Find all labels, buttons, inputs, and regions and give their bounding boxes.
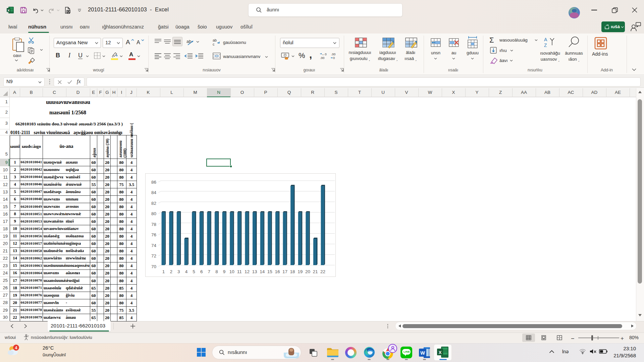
svg-text:.00: .00 (320, 56, 324, 60)
svg-text:4: 4 (15, 346, 17, 350)
svg-text:86: 86 (151, 180, 156, 185)
svg-text:Z: Z (544, 43, 547, 48)
svg-text:.00: .00 (331, 52, 335, 56)
svg-text:2: 2 (170, 269, 172, 274)
svg-text:1: 1 (162, 269, 165, 274)
svg-text:10: 10 (229, 269, 234, 274)
svg-text:22: 22 (320, 269, 325, 274)
svg-text:17: 17 (282, 269, 287, 274)
svg-text:5: 5 (193, 269, 195, 274)
svg-text:12: 12 (245, 269, 250, 274)
svg-text:18: 18 (290, 269, 295, 274)
svg-text:80: 80 (151, 211, 156, 216)
svg-text:14: 14 (260, 269, 265, 274)
svg-text:3: 3 (177, 269, 180, 274)
svg-text:21: 21 (313, 269, 318, 274)
svg-text:84: 84 (151, 190, 157, 195)
svg-text:c: c (213, 42, 215, 46)
svg-text:74: 74 (151, 243, 157, 248)
svg-text:0: 0 (333, 56, 335, 60)
svg-text:13: 13 (252, 269, 257, 274)
svg-text:ab: ab (213, 38, 217, 42)
svg-text:19: 19 (298, 269, 303, 274)
svg-text:A: A (544, 37, 547, 42)
svg-text:X: X (7, 8, 10, 12)
svg-text:72: 72 (151, 253, 156, 258)
svg-text:70: 70 (151, 264, 156, 269)
svg-text:9: 9 (223, 269, 226, 274)
svg-text:6: 6 (200, 269, 203, 274)
svg-text:7: 7 (208, 269, 211, 274)
svg-text:W: W (420, 350, 425, 356)
svg-text:76: 76 (151, 232, 156, 237)
svg-text:4: 4 (185, 269, 188, 274)
svg-text:15: 15 (267, 269, 272, 274)
svg-text:82: 82 (151, 201, 156, 206)
svg-text:78: 78 (151, 222, 156, 227)
svg-text:16: 16 (275, 269, 280, 274)
svg-text:11: 11 (237, 269, 242, 274)
svg-text:8: 8 (215, 269, 218, 274)
svg-text:20: 20 (305, 269, 310, 274)
svg-text:←0: ←0 (322, 52, 327, 56)
svg-text:X: X (439, 350, 442, 355)
